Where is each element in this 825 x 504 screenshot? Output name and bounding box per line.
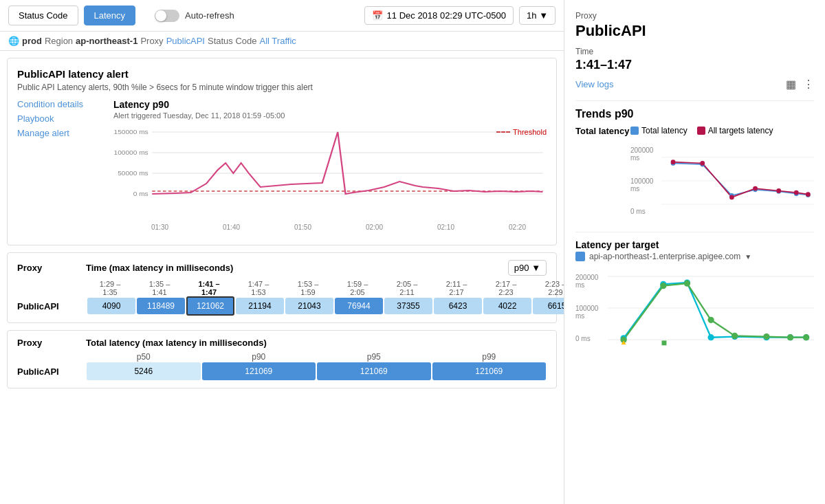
latency-chart: Threshold 150000 ms 100000 ms xyxy=(113,125,547,235)
svg-rect-46 xyxy=(661,340,666,345)
svg-point-44 xyxy=(803,334,809,340)
threshold-label: Threshold xyxy=(496,128,547,136)
th-9: 2:23 –2:29 xyxy=(531,280,564,296)
val-0[interactable]: 4090 xyxy=(87,298,135,314)
chart-icon[interactable]: ▦ xyxy=(786,78,796,91)
legend-total: Total latency xyxy=(630,126,688,135)
svg-point-43 xyxy=(787,334,793,340)
val-9[interactable]: 6615 xyxy=(533,298,564,314)
val-6[interactable]: 37355 xyxy=(384,298,432,314)
svg-point-42 xyxy=(763,333,769,340)
scroll-area: PublicAPI latency alert Public API Laten… xyxy=(0,51,564,504)
more-options-icon[interactable]: ⋮ xyxy=(803,78,814,91)
val-5[interactable]: 76944 xyxy=(335,298,383,314)
val-8[interactable]: 4022 xyxy=(483,298,531,314)
right-panel: Proxy PublicAPI Time 1:41–1:47 View logs… xyxy=(564,0,825,504)
p50-val[interactable]: 5246 xyxy=(87,362,201,380)
globe-icon: 🌐 xyxy=(8,36,19,46)
th-7: 2:11 –2:17 xyxy=(432,280,481,296)
th-2: 1:41 –1:47 xyxy=(185,280,233,296)
trend1-y-labels: 200000 ms 100000 ms 0 ms xyxy=(630,146,659,215)
th-0: 1:29 –1:35 xyxy=(86,280,134,296)
chevron-down-icon[interactable]: ▼ xyxy=(745,253,751,261)
legend-all-targets: All targets latency xyxy=(697,126,773,135)
th-6: 2:05 –2:11 xyxy=(383,280,431,296)
view-logs-link[interactable]: View logs xyxy=(575,79,613,89)
svg-point-24 xyxy=(794,190,799,195)
val-7[interactable]: 6423 xyxy=(434,298,482,314)
auto-refresh-label: Auto-refresh xyxy=(185,10,234,21)
x-axis-labels: 01:3001:4001:5002:0002:1002:20 xyxy=(113,223,547,231)
svg-text:0 ms: 0 ms xyxy=(133,190,148,197)
latency-chart-subtitle: Alert triggered Tuesday, Dec 11, 2018 01… xyxy=(113,111,547,120)
total-latency-table: Proxy Total latency (max latency in mill… xyxy=(7,330,557,388)
panel-proxy-name: PublicAPI xyxy=(575,22,814,40)
env-label: prod xyxy=(22,36,42,46)
total-proxy-col: Proxy xyxy=(17,338,86,348)
svg-point-23 xyxy=(776,188,781,193)
svg-text:100000 ms: 100000 ms xyxy=(114,149,148,156)
all-traffic-link[interactable]: All Traffic xyxy=(260,36,296,46)
trend2-svg xyxy=(608,267,814,349)
svg-point-21 xyxy=(729,195,734,199)
target-dot xyxy=(575,252,585,261)
p95-val[interactable]: 121069 xyxy=(317,362,431,380)
val-3[interactable]: 21194 xyxy=(236,298,284,314)
p90-selector[interactable]: p90 ▼ xyxy=(508,260,547,276)
trends-title: Trends p90 xyxy=(575,108,814,120)
auto-refresh-toggle[interactable] xyxy=(155,10,179,22)
calendar-icon: 📅 xyxy=(372,10,383,21)
target-name: api-ap-northeast-1.enterprise.apigee.com xyxy=(589,252,740,261)
region-value: ap-northeast-1 xyxy=(76,36,138,46)
latency-chart-title: Latency p90 xyxy=(113,99,547,110)
panel-proxy-label: Proxy xyxy=(575,11,814,21)
val-4[interactable]: 21043 xyxy=(285,298,333,314)
svg-point-41 xyxy=(732,333,738,339)
proxy-name-cell: PublicAPI xyxy=(17,301,86,311)
svg-point-40 xyxy=(707,317,714,323)
val-1[interactable]: 118489 xyxy=(137,298,185,314)
svg-point-32 xyxy=(707,334,714,340)
total-latency-trend-label: Total latency xyxy=(575,126,630,138)
latency-svg-chart: 150000 ms 100000 ms 50000 ms 0 ms xyxy=(113,125,547,221)
total-latency-trend: Total latency Total latency All targets … xyxy=(575,126,814,222)
th-4: 1:53 –1:59 xyxy=(284,280,332,296)
svg-point-39 xyxy=(684,281,690,287)
panel-view-logs-row: View logs ▦ ⋮ xyxy=(575,78,814,91)
proxy-link[interactable]: PublicAPI xyxy=(166,36,205,46)
panel-time-value: 1:41–1:47 xyxy=(575,58,814,72)
date-value: 11 Dec 2018 02:29 UTC-0500 xyxy=(387,10,506,21)
alert-card: PublicAPI latency alert Public API Laten… xyxy=(7,58,557,245)
pct-headers: p50 p90 p95 p99 xyxy=(17,352,547,362)
total-proxy-name: PublicAPI xyxy=(17,366,86,377)
proxy-col-header: Proxy xyxy=(17,263,86,273)
alert-title: PublicAPI latency alert xyxy=(17,68,547,80)
latency-tab[interactable]: Latency xyxy=(84,6,136,25)
target-info: api-ap-northeast-1.enterprise.apigee.com… xyxy=(575,252,814,261)
svg-point-19 xyxy=(671,160,676,164)
trends-legend: Total latency All targets latency xyxy=(630,126,814,135)
playbook-link[interactable]: Playbook xyxy=(17,113,100,124)
p90-val[interactable]: 121069 xyxy=(202,362,316,380)
val-2[interactable]: 121062 xyxy=(186,296,234,316)
th-3: 1:47 –1:53 xyxy=(234,280,283,296)
manage-alert-link[interactable]: Manage alert xyxy=(17,128,100,138)
p99-val[interactable]: 121069 xyxy=(432,362,547,380)
region-label: Region xyxy=(45,36,73,46)
breadcrumb: 🌐 prod Region ap-northeast-1 Proxy Publi… xyxy=(0,32,564,51)
svg-point-25 xyxy=(806,192,811,197)
time-col-header: Time (max latency in milliseconds) xyxy=(86,263,508,273)
proxy-time-table: Proxy Time (max latency in milliseconds)… xyxy=(7,252,557,323)
date-picker[interactable]: 📅 11 Dec 2018 02:29 UTC-0500 xyxy=(364,6,514,25)
status-code-tab[interactable]: Status Code xyxy=(8,6,78,25)
trend1-svg xyxy=(661,140,814,222)
svg-text:50000 ms: 50000 ms xyxy=(118,170,148,177)
svg-point-20 xyxy=(700,161,705,166)
condition-details-link[interactable]: Condition details xyxy=(17,99,100,109)
svg-point-22 xyxy=(753,186,758,191)
table-row: PublicAPI 4090 118489 121062 21194 21043… xyxy=(17,296,547,316)
svg-text:150000 ms: 150000 ms xyxy=(114,129,148,135)
proxy-label: Proxy xyxy=(140,36,163,46)
time-range-selector[interactable]: 1h ▼ xyxy=(519,6,556,25)
panel-time-label: Time xyxy=(575,47,814,56)
